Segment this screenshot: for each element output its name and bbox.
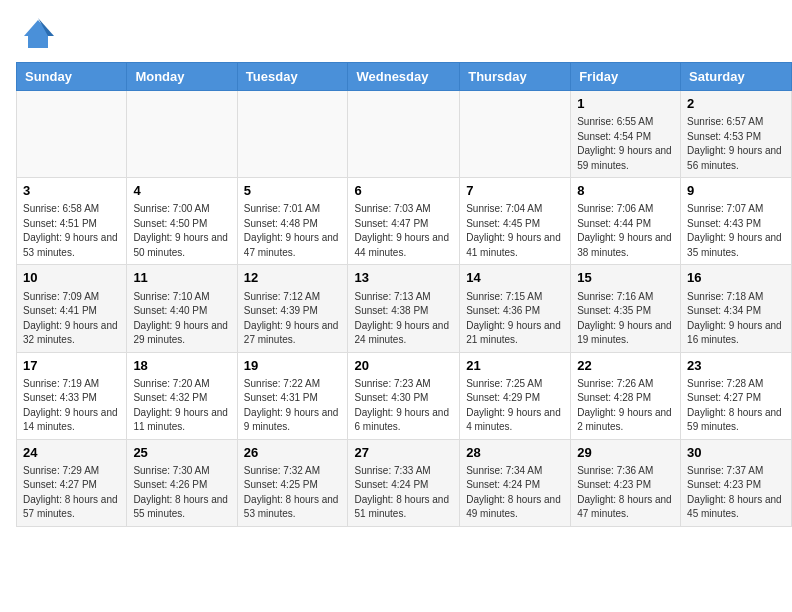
- day-info: Sunrise: 7:00 AM Sunset: 4:50 PM Dayligh…: [133, 202, 230, 260]
- day-info: Sunrise: 7:09 AM Sunset: 4:41 PM Dayligh…: [23, 290, 120, 348]
- day-info: Sunrise: 7:26 AM Sunset: 4:28 PM Dayligh…: [577, 377, 674, 435]
- calendar-week-4: 24Sunrise: 7:29 AM Sunset: 4:27 PM Dayli…: [17, 439, 792, 526]
- calendar-cell: 10Sunrise: 7:09 AM Sunset: 4:41 PM Dayli…: [17, 265, 127, 352]
- day-info: Sunrise: 7:22 AM Sunset: 4:31 PM Dayligh…: [244, 377, 342, 435]
- day-number: 6: [354, 182, 453, 200]
- day-number: 18: [133, 357, 230, 375]
- day-info: Sunrise: 7:06 AM Sunset: 4:44 PM Dayligh…: [577, 202, 674, 260]
- day-info: Sunrise: 7:33 AM Sunset: 4:24 PM Dayligh…: [354, 464, 453, 522]
- day-number: 17: [23, 357, 120, 375]
- calendar-cell: 16Sunrise: 7:18 AM Sunset: 4:34 PM Dayli…: [681, 265, 792, 352]
- calendar-cell: 4Sunrise: 7:00 AM Sunset: 4:50 PM Daylig…: [127, 178, 237, 265]
- day-number: 5: [244, 182, 342, 200]
- day-number: 27: [354, 444, 453, 462]
- weekday-header-saturday: Saturday: [681, 63, 792, 91]
- calendar-cell: 29Sunrise: 7:36 AM Sunset: 4:23 PM Dayli…: [571, 439, 681, 526]
- calendar-cell: 24Sunrise: 7:29 AM Sunset: 4:27 PM Dayli…: [17, 439, 127, 526]
- calendar-cell: 27Sunrise: 7:33 AM Sunset: 4:24 PM Dayli…: [348, 439, 460, 526]
- day-info: Sunrise: 7:20 AM Sunset: 4:32 PM Dayligh…: [133, 377, 230, 435]
- calendar-cell: 21Sunrise: 7:25 AM Sunset: 4:29 PM Dayli…: [460, 352, 571, 439]
- calendar-cell: 8Sunrise: 7:06 AM Sunset: 4:44 PM Daylig…: [571, 178, 681, 265]
- weekday-header-wednesday: Wednesday: [348, 63, 460, 91]
- calendar-cell: 3Sunrise: 6:58 AM Sunset: 4:51 PM Daylig…: [17, 178, 127, 265]
- page-header: [0, 0, 792, 62]
- calendar-cell: 18Sunrise: 7:20 AM Sunset: 4:32 PM Dayli…: [127, 352, 237, 439]
- day-number: 10: [23, 269, 120, 287]
- day-number: 26: [244, 444, 342, 462]
- calendar-table: SundayMondayTuesdayWednesdayThursdayFrid…: [16, 62, 792, 527]
- day-number: 23: [687, 357, 785, 375]
- day-info: Sunrise: 7:34 AM Sunset: 4:24 PM Dayligh…: [466, 464, 564, 522]
- day-number: 1: [577, 95, 674, 113]
- day-info: Sunrise: 7:28 AM Sunset: 4:27 PM Dayligh…: [687, 377, 785, 435]
- calendar-cell: 26Sunrise: 7:32 AM Sunset: 4:25 PM Dayli…: [237, 439, 348, 526]
- calendar-cell: 20Sunrise: 7:23 AM Sunset: 4:30 PM Dayli…: [348, 352, 460, 439]
- day-info: Sunrise: 6:55 AM Sunset: 4:54 PM Dayligh…: [577, 115, 674, 173]
- day-info: Sunrise: 6:58 AM Sunset: 4:51 PM Dayligh…: [23, 202, 120, 260]
- day-number: 15: [577, 269, 674, 287]
- day-info: Sunrise: 7:13 AM Sunset: 4:38 PM Dayligh…: [354, 290, 453, 348]
- day-number: 14: [466, 269, 564, 287]
- day-info: Sunrise: 7:19 AM Sunset: 4:33 PM Dayligh…: [23, 377, 120, 435]
- calendar-cell: [237, 91, 348, 178]
- calendar-cell: 5Sunrise: 7:01 AM Sunset: 4:48 PM Daylig…: [237, 178, 348, 265]
- day-number: 9: [687, 182, 785, 200]
- day-info: Sunrise: 7:15 AM Sunset: 4:36 PM Dayligh…: [466, 290, 564, 348]
- day-info: Sunrise: 6:57 AM Sunset: 4:53 PM Dayligh…: [687, 115, 785, 173]
- weekday-header-tuesday: Tuesday: [237, 63, 348, 91]
- calendar-cell: 9Sunrise: 7:07 AM Sunset: 4:43 PM Daylig…: [681, 178, 792, 265]
- day-info: Sunrise: 7:23 AM Sunset: 4:30 PM Dayligh…: [354, 377, 453, 435]
- day-info: Sunrise: 7:36 AM Sunset: 4:23 PM Dayligh…: [577, 464, 674, 522]
- calendar-cell: [348, 91, 460, 178]
- day-info: Sunrise: 7:29 AM Sunset: 4:27 PM Dayligh…: [23, 464, 120, 522]
- calendar-cell: [127, 91, 237, 178]
- day-number: 21: [466, 357, 564, 375]
- weekday-header-sunday: Sunday: [17, 63, 127, 91]
- calendar-cell: 28Sunrise: 7:34 AM Sunset: 4:24 PM Dayli…: [460, 439, 571, 526]
- weekday-header-thursday: Thursday: [460, 63, 571, 91]
- calendar-cell: 13Sunrise: 7:13 AM Sunset: 4:38 PM Dayli…: [348, 265, 460, 352]
- calendar-cell: 19Sunrise: 7:22 AM Sunset: 4:31 PM Dayli…: [237, 352, 348, 439]
- day-info: Sunrise: 7:18 AM Sunset: 4:34 PM Dayligh…: [687, 290, 785, 348]
- day-number: 7: [466, 182, 564, 200]
- day-number: 4: [133, 182, 230, 200]
- day-number: 8: [577, 182, 674, 200]
- day-number: 22: [577, 357, 674, 375]
- day-info: Sunrise: 7:32 AM Sunset: 4:25 PM Dayligh…: [244, 464, 342, 522]
- calendar-week-2: 10Sunrise: 7:09 AM Sunset: 4:41 PM Dayli…: [17, 265, 792, 352]
- day-number: 13: [354, 269, 453, 287]
- calendar-week-0: 1Sunrise: 6:55 AM Sunset: 4:54 PM Daylig…: [17, 91, 792, 178]
- day-info: Sunrise: 7:04 AM Sunset: 4:45 PM Dayligh…: [466, 202, 564, 260]
- day-number: 20: [354, 357, 453, 375]
- calendar-cell: [460, 91, 571, 178]
- day-info: Sunrise: 7:12 AM Sunset: 4:39 PM Dayligh…: [244, 290, 342, 348]
- calendar-cell: 7Sunrise: 7:04 AM Sunset: 4:45 PM Daylig…: [460, 178, 571, 265]
- day-number: 3: [23, 182, 120, 200]
- calendar-cell: 2Sunrise: 6:57 AM Sunset: 4:53 PM Daylig…: [681, 91, 792, 178]
- calendar-wrapper: SundayMondayTuesdayWednesdayThursdayFrid…: [0, 62, 792, 535]
- calendar-week-3: 17Sunrise: 7:19 AM Sunset: 4:33 PM Dayli…: [17, 352, 792, 439]
- calendar-cell: [17, 91, 127, 178]
- calendar-cell: 22Sunrise: 7:26 AM Sunset: 4:28 PM Dayli…: [571, 352, 681, 439]
- day-info: Sunrise: 7:25 AM Sunset: 4:29 PM Dayligh…: [466, 377, 564, 435]
- day-number: 16: [687, 269, 785, 287]
- day-number: 2: [687, 95, 785, 113]
- calendar-week-1: 3Sunrise: 6:58 AM Sunset: 4:51 PM Daylig…: [17, 178, 792, 265]
- day-number: 24: [23, 444, 120, 462]
- weekday-header-friday: Friday: [571, 63, 681, 91]
- day-number: 11: [133, 269, 230, 287]
- day-info: Sunrise: 7:03 AM Sunset: 4:47 PM Dayligh…: [354, 202, 453, 260]
- day-info: Sunrise: 7:16 AM Sunset: 4:35 PM Dayligh…: [577, 290, 674, 348]
- calendar-cell: 1Sunrise: 6:55 AM Sunset: 4:54 PM Daylig…: [571, 91, 681, 178]
- calendar-cell: 15Sunrise: 7:16 AM Sunset: 4:35 PM Dayli…: [571, 265, 681, 352]
- day-info: Sunrise: 7:07 AM Sunset: 4:43 PM Dayligh…: [687, 202, 785, 260]
- day-info: Sunrise: 7:10 AM Sunset: 4:40 PM Dayligh…: [133, 290, 230, 348]
- day-info: Sunrise: 7:37 AM Sunset: 4:23 PM Dayligh…: [687, 464, 785, 522]
- calendar-cell: 23Sunrise: 7:28 AM Sunset: 4:27 PM Dayli…: [681, 352, 792, 439]
- logo-icon: [20, 16, 56, 52]
- calendar-cell: 6Sunrise: 7:03 AM Sunset: 4:47 PM Daylig…: [348, 178, 460, 265]
- day-number: 30: [687, 444, 785, 462]
- day-number: 25: [133, 444, 230, 462]
- calendar-cell: 30Sunrise: 7:37 AM Sunset: 4:23 PM Dayli…: [681, 439, 792, 526]
- logo: [20, 16, 60, 52]
